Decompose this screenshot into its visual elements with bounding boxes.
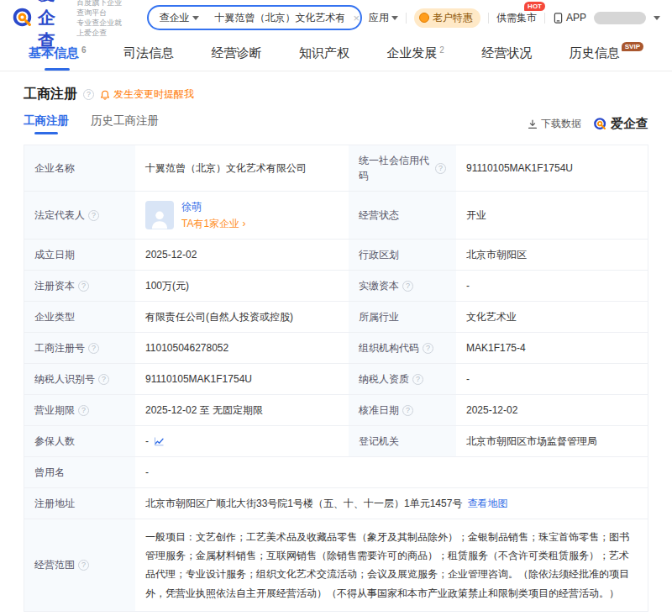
- divider: [406, 13, 407, 24]
- svip-badge: SVIP: [622, 42, 643, 51]
- field-label: 成立日期: [24, 240, 135, 270]
- insured-count-value: -: [145, 434, 149, 449]
- table-row: 企业名称 十翼范曾（北京）文化艺术有限公司 统一社会信用代码? 91110105…: [24, 145, 648, 192]
- download-data-button[interactable]: 下载数据: [528, 117, 581, 131]
- trend-chart-icon[interactable]: [154, 436, 165, 446]
- phone-icon: [553, 13, 564, 24]
- chevron-down-icon: [192, 16, 199, 20]
- table-row: 参保人数 - 登记机关 北京市朝阳区市场监督管理局: [24, 426, 648, 457]
- aiqicha-watermark: 爱企查: [593, 116, 648, 132]
- help-icon[interactable]: ?: [402, 281, 413, 292]
- industry-value: 文化艺术业: [456, 302, 648, 332]
- avatar[interactable]: [145, 201, 174, 229]
- taxpayer-id-value: 91110105MAK1F1754U: [135, 364, 349, 394]
- taxpayer-qualification-value: -: [456, 364, 648, 394]
- change-remind-button[interactable]: 发生变更时提醒我: [100, 87, 194, 102]
- field-label: 纳税人资质?: [349, 364, 456, 394]
- field-label: 行政区划: [349, 240, 456, 270]
- section-title-registration: 工商注册: [24, 86, 77, 103]
- help-icon[interactable]: ?: [98, 374, 109, 385]
- user-menu-chevron-icon[interactable]: [654, 16, 660, 20]
- table-row: 工商注册号? 110105046278052 组织机构代码? MAK1F175-…: [24, 333, 648, 364]
- tab-enterprise-development[interactable]: 企业发展2: [386, 35, 444, 71]
- field-label: 统一社会信用代码?: [349, 145, 456, 191]
- company-name-value: 十翼范曾（北京）文化艺术有限公司: [135, 145, 349, 191]
- help-icon[interactable]: ?: [88, 343, 99, 354]
- field-label: 经营状态: [349, 192, 456, 239]
- user-account-blurred[interactable]: [594, 12, 646, 24]
- table-row: 企业类型 有限责任公司(自然人投资或控股) 所属行业 文化艺术业: [24, 302, 648, 333]
- district-value: 北京市朝阳区: [456, 240, 648, 270]
- company-tab-bar: 基本信息6 司法信息 经营诊断 知识产权 企业发展2 经营状况 历史信息SVIP: [0, 35, 672, 71]
- registered-capital-value: 100万(元): [135, 271, 349, 301]
- help-icon[interactable]: ?: [423, 343, 433, 354]
- help-icon[interactable]: ?: [78, 560, 89, 571]
- download-icon: [528, 119, 538, 129]
- credit-code-value: 91110105MAK1F1754U: [456, 145, 648, 191]
- help-icon[interactable]: ?: [78, 281, 89, 292]
- search-box: 查企业 × 查一下: [147, 5, 362, 30]
- table-row: 经营范围? 一般项目：文艺创作；工艺美术品及收藏品零售（象牙及其制品除外）；金银…: [24, 519, 648, 611]
- field-label: 经营范围?: [24, 519, 135, 611]
- former-name-value: -: [135, 457, 648, 487]
- registration-info-table: 企业名称 十翼范曾（北京）文化艺术有限公司 统一社会信用代码? 91110105…: [24, 145, 648, 612]
- help-icon[interactable]: ?: [412, 374, 423, 385]
- field-label: 营业期限?: [24, 395, 135, 425]
- field-label: 曾用名: [24, 457, 135, 487]
- tab-judicial-info[interactable]: 司法信息: [123, 35, 174, 71]
- person-icon: [149, 208, 171, 229]
- top-header: 爱企查 百度旗下企业查询平台 专业查企业就上爱企查 查企业 × 查一下 应用 老…: [0, 0, 672, 35]
- tab-history-info[interactable]: 历史信息SVIP: [570, 35, 643, 71]
- legal-rep-name-link[interactable]: 徐萌: [181, 199, 245, 214]
- field-label: 法定代表人?: [24, 192, 135, 239]
- status-value: 开业: [456, 192, 648, 239]
- help-icon[interactable]: ?: [435, 163, 446, 174]
- subtab-current-registration[interactable]: 工商注册: [24, 113, 69, 134]
- field-label: 纳税人识别号?: [24, 364, 135, 394]
- org-code-value: MAK1F175-4: [456, 333, 648, 363]
- company-type-value: 有限责任公司(自然人投资或控股): [135, 302, 349, 332]
- clear-search-icon[interactable]: ×: [348, 12, 362, 24]
- promo-button[interactable]: 老户特惠: [414, 8, 480, 28]
- table-row: 营业期限? 2025-12-02 至 无固定期限 核准日期? 2025-12-0…: [24, 395, 648, 426]
- business-scope-value: 一般项目：文艺创作；工艺美术品及收藏品零售（象牙及其制品除外）；金银制品销售；珠…: [135, 519, 648, 611]
- field-label: 工商注册号?: [24, 333, 135, 363]
- aiqicha-logo-icon: [593, 117, 607, 131]
- table-row: 注册地址 北京市朝阳区广顺北大街33号院1号楼（五、十、十一层）1单元1457号…: [24, 488, 648, 519]
- field-label: 所属行业: [349, 302, 456, 332]
- search-input[interactable]: [206, 12, 348, 24]
- field-label: 核准日期?: [349, 395, 456, 425]
- field-label: 实缴资本?: [349, 271, 456, 301]
- field-label: 组织机构代码?: [349, 333, 456, 363]
- market-link[interactable]: HOT 供需集市: [496, 11, 537, 25]
- field-label: 注册资本?: [24, 271, 135, 301]
- divider: [488, 13, 489, 24]
- coin-icon: [419, 13, 429, 23]
- help-icon[interactable]: ?: [88, 210, 99, 221]
- tab-basic-info[interactable]: 基本信息6: [29, 35, 87, 71]
- tab-intellectual-property[interactable]: 知识产权: [299, 35, 349, 71]
- tab-operation-diagnosis[interactable]: 经营诊断: [211, 35, 261, 71]
- app-download-link[interactable]: APP: [553, 12, 586, 24]
- table-row: 法定代表人? 徐萌 TA有1家企业 › 经营状态: [24, 192, 648, 240]
- table-row: 成立日期 2025-12-02 行政区划 北京市朝阳区: [24, 240, 648, 271]
- table-row: 注册资本? 100万(元) 实缴资本? -: [24, 271, 648, 302]
- business-term-value: 2025-12-02 至 无固定期限: [135, 395, 349, 425]
- field-label: 参保人数: [24, 426, 135, 456]
- table-row: 曾用名 -: [24, 457, 648, 488]
- subtab-history-registration[interactable]: 历史工商注册: [91, 113, 159, 134]
- help-icon[interactable]: ?: [83, 89, 94, 100]
- legal-rep-companies-link[interactable]: TA有1家企业 ›: [181, 216, 245, 231]
- registered-address-value: 北京市朝阳区广顺北大街33号院1号楼（五、十、十一层）1单元1457号: [145, 496, 462, 511]
- tab-operating-status[interactable]: 经营状况: [481, 35, 532, 71]
- field-label: 登记机关: [349, 426, 456, 456]
- hot-badge: HOT: [524, 2, 545, 11]
- establish-date-value: 2025-12-02: [135, 240, 349, 270]
- help-icon[interactable]: ?: [402, 405, 413, 416]
- field-label: 企业名称: [24, 145, 135, 191]
- apps-menu[interactable]: 应用: [369, 11, 398, 25]
- search-category-dropdown[interactable]: 查企业: [149, 11, 206, 25]
- logo-tagline: 百度旗下企业查询平台 专业查企业就上爱企查: [76, 0, 129, 38]
- view-map-link[interactable]: 查看地图: [467, 496, 507, 511]
- help-icon[interactable]: ?: [78, 405, 89, 416]
